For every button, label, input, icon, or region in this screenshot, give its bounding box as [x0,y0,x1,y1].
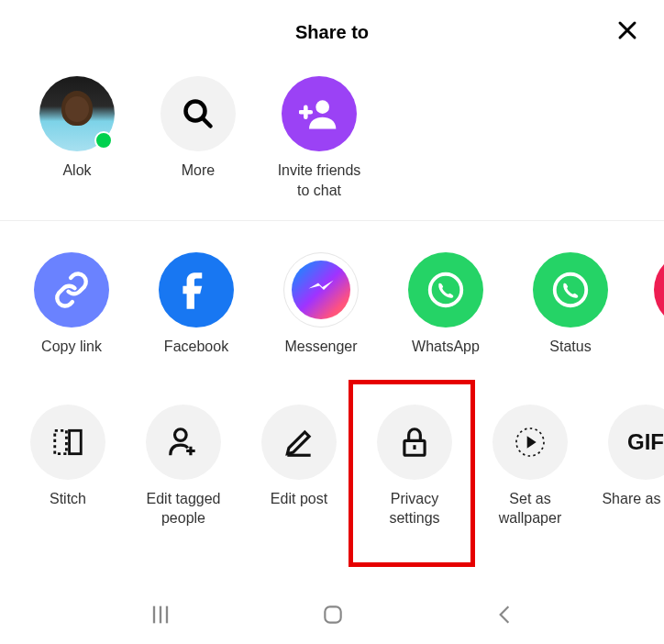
action-edit-post[interactable]: Edit post [255,405,343,528]
back-icon [492,603,516,627]
nav-back[interactable] [492,603,516,630]
contact-label: More [182,161,215,181]
share-sheet: Share to Alok More Invite friendsto chat [0,0,664,543]
more-contacts[interactable]: More [152,76,244,200]
action-label: Stitch [50,489,86,509]
svg-rect-5 [55,430,67,453]
add-friend-icon [282,76,357,151]
share-targets-row: Copy link Facebook Messenger WhatsApp [0,238,664,372]
invite-friends[interactable]: Invite friendsto chat [273,76,365,200]
share-tiktok[interactable]: TikT [655,252,664,357]
gif-icon: GIF [608,405,664,480]
presence-dot-icon [94,131,113,150]
svg-line-1 [203,118,211,127]
recents-icon [148,602,173,627]
share-label: WhatsApp [412,337,480,357]
edit-tagged-icon [146,405,221,480]
close-icon [616,19,638,41]
copy-link[interactable]: Copy link [31,252,112,357]
messenger-icon [283,252,359,328]
svg-point-3 [430,274,462,306]
share-label: Facebook [164,337,228,357]
share-label: Messenger [284,337,357,357]
sheet-title: Share to [295,22,369,43]
close-button[interactable] [616,18,638,46]
action-privacy-settings[interactable]: Privacy settings [371,405,459,528]
action-label: Share as GIF [602,489,664,509]
nav-recents[interactable] [148,602,173,631]
svg-rect-15 [325,606,340,622]
lock-icon [377,405,452,480]
search-icon [160,76,236,151]
action-share-gif[interactable]: GIF Share as GIF [602,405,664,528]
share-label: Copy link [41,337,102,357]
avatar-icon [39,76,115,151]
nav-home[interactable] [321,603,345,630]
action-label: Edit post [271,489,327,509]
contacts-row: Alok More Invite friendsto chat [0,61,664,221]
stitch-icon [30,405,105,480]
edit-icon [261,405,337,480]
svg-rect-6 [70,430,82,453]
share-messenger[interactable]: Messenger [281,252,361,357]
share-whatsapp[interactable]: WhatsApp [405,252,486,357]
contact-alok[interactable]: Alok [31,76,123,200]
action-stitch[interactable]: Stitch [24,405,112,528]
action-label: Edit tagged people [139,489,227,528]
share-label: Status [549,337,591,357]
wallpaper-icon [492,405,568,480]
svg-point-7 [175,429,187,441]
contact-label: Invite friendsto chat [278,161,361,200]
share-facebook[interactable]: Facebook [156,252,237,357]
whatsapp-status-icon [533,252,608,328]
home-icon [321,603,345,627]
action-label: Set as wallpaper [486,489,574,528]
share-status[interactable]: Status [530,252,611,357]
whatsapp-icon [408,252,483,328]
link-icon [34,252,109,328]
sheet-header: Share to [0,15,664,61]
facebook-icon [159,252,234,328]
action-edit-tagged[interactable]: Edit tagged people [139,405,227,528]
tiktok-icon [654,252,664,328]
svg-point-4 [555,274,587,306]
actions-row: Stitch Edit tagged people Edit post Priv… [0,390,664,543]
system-nav-bar [0,589,664,644]
action-set-wallpaper[interactable]: Set as wallpaper [486,405,574,528]
action-label: Privacy settings [371,489,459,528]
contact-label: Alok [62,161,91,181]
svg-point-2 [315,100,329,114]
